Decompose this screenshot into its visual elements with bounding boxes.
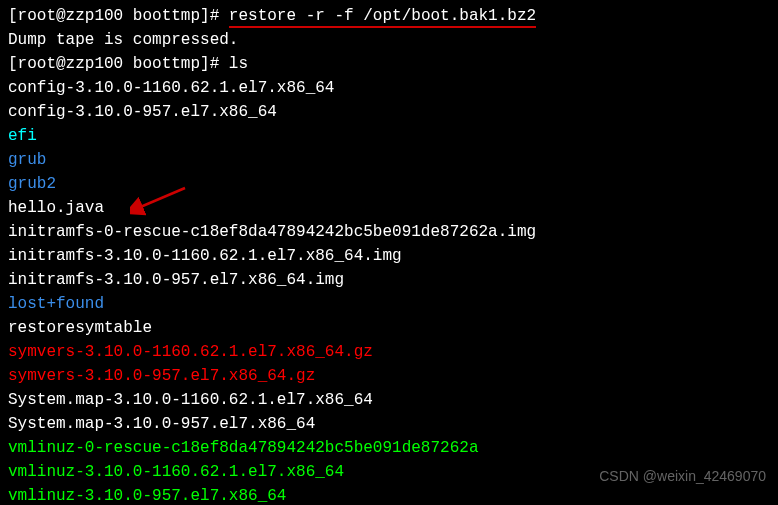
file-vmlinuz: vmlinuz-0-rescue-c18ef8da47894242bc5be09… bbox=[8, 436, 770, 460]
file-restoresymtable: restoresymtable bbox=[8, 316, 770, 340]
dir-grub2: grub2 bbox=[8, 172, 770, 196]
file-systemmap: System.map-3.10.0-1160.62.1.el7.x86_64 bbox=[8, 388, 770, 412]
prompt-prefix: [root@zzp100 boottmp]# bbox=[8, 7, 229, 25]
command-restore: restore -r -f /opt/boot.bak1.bz2 bbox=[229, 7, 536, 28]
file-systemmap: System.map-3.10.0-957.el7.x86_64 bbox=[8, 412, 770, 436]
command-ls: ls bbox=[229, 55, 248, 73]
watermark-text: CSDN @weixin_42469070 bbox=[599, 466, 766, 487]
file-hello-java: hello.java bbox=[8, 196, 770, 220]
file-initramfs: initramfs-0-rescue-c18ef8da47894242bc5be… bbox=[8, 220, 770, 244]
dir-grub: grub bbox=[8, 148, 770, 172]
terminal-line: [root@zzp100 boottmp]# ls bbox=[8, 52, 770, 76]
file-config: config-3.10.0-1160.62.1.el7.x86_64 bbox=[8, 76, 770, 100]
file-symvers: symvers-3.10.0-957.el7.x86_64.gz bbox=[8, 364, 770, 388]
file-initramfs: initramfs-3.10.0-1160.62.1.el7.x86_64.im… bbox=[8, 244, 770, 268]
file-symvers: symvers-3.10.0-1160.62.1.el7.x86_64.gz bbox=[8, 340, 770, 364]
prompt-prefix: [root@zzp100 boottmp]# bbox=[8, 55, 229, 73]
dir-efi: efi bbox=[8, 124, 770, 148]
dir-lostfound: lost+found bbox=[8, 292, 770, 316]
terminal-line: [root@zzp100 boottmp]# restore -r -f /op… bbox=[8, 4, 770, 28]
file-config: config-3.10.0-957.el7.x86_64 bbox=[8, 100, 770, 124]
output-message: Dump tape is compressed. bbox=[8, 28, 770, 52]
file-initramfs: initramfs-3.10.0-957.el7.x86_64.img bbox=[8, 268, 770, 292]
file-vmlinuz: vmlinuz-3.10.0-957.el7.x86_64 bbox=[8, 484, 770, 505]
